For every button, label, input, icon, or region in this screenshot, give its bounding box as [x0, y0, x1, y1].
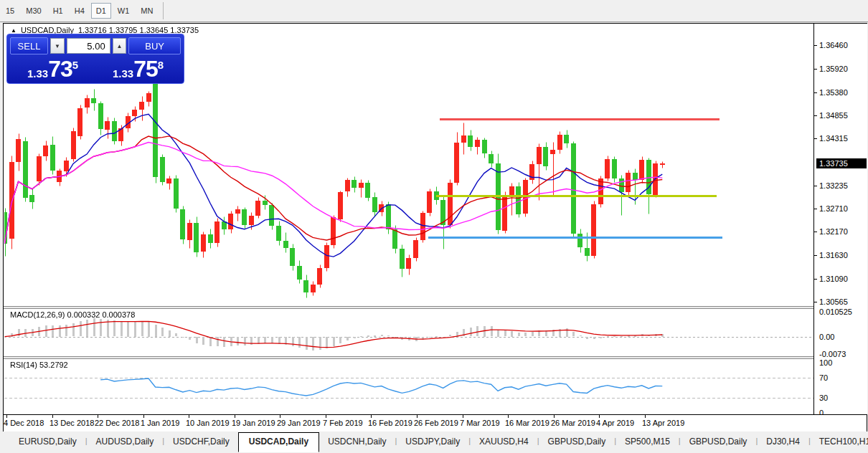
date-axis-tick — [6, 415, 7, 418]
date-axis-label: 7 Feb 2019 — [323, 419, 363, 427]
chart-tab-gbpusd-daily[interactable]: GBPUSD,Daily — [539, 434, 615, 450]
price-axis-label: 1.33235 — [819, 181, 848, 190]
buy-price-point: 8 — [158, 59, 164, 70]
chart-tab-audusd-daily[interactable]: AUDUSD,Daily — [88, 434, 163, 450]
date-axis-tick — [554, 415, 555, 418]
rsi-name: RSI(14) — [10, 361, 37, 369]
one-click-trading-panel: SELL ▼ ▲ BUY 1.33 73 5 1.33 75 8 — [6, 34, 184, 84]
date-axis-label: 22 Dec 2018 — [95, 419, 139, 427]
date-axis-tick — [508, 415, 509, 418]
sell-price-display[interactable]: 1.33 73 5 — [10, 55, 95, 82]
timeframe-button-d1[interactable]: D1 — [91, 3, 111, 19]
date-axis-tick — [143, 415, 144, 418]
chart-tab-gbpusd-daily[interactable]: GBPUSD,Daily — [681, 434, 756, 450]
price-axis-label: 1.36460 — [819, 41, 848, 49]
macd-name: MACD(12,26,9) — [10, 310, 65, 319]
timeframe-toolbar: 15M30H1H4D1W1MN — [0, 0, 868, 22]
date-axis-tick — [235, 415, 235, 418]
date-axis-tick — [645, 415, 646, 418]
timeframe-button-15[interactable]: 15 — [1, 3, 19, 19]
timeframe-button-h1[interactable]: H1 — [48, 3, 68, 19]
price-axis-tick — [814, 138, 817, 139]
chart-tab-usdjpy-daily[interactable]: USDJPY,Daily — [397, 434, 468, 450]
price-axis-label: 1.35920 — [819, 65, 848, 73]
chart-tab-usdcnh-daily[interactable]: USDCNH,Daily — [319, 434, 395, 450]
price-axis-tick — [814, 255, 817, 256]
date-axis-label: 16 Feb 2019 — [368, 419, 412, 427]
price-axis-tick — [814, 115, 817, 116]
price-axis-label: 1.32710 — [819, 204, 848, 213]
chart-tab-bar: EURUSD,Daily|AUDUSD,Daily|USDCHF,DailyUS… — [0, 432, 868, 453]
date-axis-tick — [189, 415, 189, 418]
buy-price-pips: 75 — [133, 57, 158, 80]
price-axis-tick — [814, 279, 817, 280]
price-axis[interactable]: 1.364601.359201.353801.348551.343151.332… — [814, 24, 867, 414]
timeframe-button-m30[interactable]: M30 — [21, 3, 46, 19]
date-axis-label: 29 Jan 2019 — [277, 419, 321, 427]
timeframe-buttons: 15M30H1H4D1W1MN — [0, 3, 159, 19]
price-axis-label: 1.35380 — [819, 88, 848, 97]
buy-price-prefix: 1.33 — [113, 68, 133, 79]
date-axis-label: 26 Mar 2019 — [551, 419, 595, 427]
volume-box — [67, 38, 110, 54]
volume-increase-button[interactable]: ▲ — [113, 38, 127, 54]
toolbar-divider — [163, 2, 164, 19]
rsi-axis-label: 70 — [819, 373, 828, 382]
rsi-indicator-label: RSI(14) 53.2792 — [10, 361, 68, 369]
macd-axis-label: 0.010525 — [819, 307, 852, 316]
price-axis-label: 1.31630 — [819, 251, 848, 259]
date-axis-tick — [371, 415, 372, 418]
date-axis-tick — [463, 415, 463, 418]
timeframe-button-h4[interactable]: H4 — [70, 3, 90, 19]
sell-price-prefix: 1.33 — [27, 68, 48, 79]
arrow-down-icon: ▼ — [55, 43, 60, 49]
macd-axis-label: 0.00 — [819, 333, 834, 341]
chart-tab-xauusd-h4[interactable]: XAUUSD,H4 — [471, 434, 537, 450]
volume-input[interactable] — [67, 39, 110, 53]
chart-tab-sp500-m15[interactable]: SP500,M15 — [616, 434, 679, 450]
date-axis-tick — [599, 415, 600, 418]
date-axis[interactable]: 4 Dec 201813 Dec 201822 Dec 20181 Jan 20… — [4, 415, 867, 431]
chart-tab-tech100-h1[interactable]: TECH100,H1 — [811, 434, 868, 450]
date-axis-tick — [326, 415, 326, 418]
chart-tab-usdchf-daily[interactable]: USDCHF,Daily — [164, 434, 238, 450]
price-axis-tick — [814, 92, 817, 93]
volume-decrease-button[interactable]: ▼ — [50, 38, 65, 54]
chart-tab-dj30-h4[interactable]: DJ30,H4 — [758, 434, 808, 450]
date-axis-label: 13 Apr 2019 — [642, 419, 684, 427]
timeframe-button-mn[interactable]: MN — [136, 3, 158, 19]
date-axis-label: 1 Jan 2019 — [141, 419, 179, 427]
chart-tab-eurusd-daily[interactable]: EURUSD,Daily — [10, 434, 85, 450]
rsi-chart-canvas[interactable] — [4, 359, 813, 414]
sell-button[interactable]: SELL — [10, 37, 48, 54]
price-axis-label: 1.31090 — [819, 275, 848, 283]
price-axis-label: 1.34315 — [819, 134, 848, 143]
price-axis-tick — [814, 45, 817, 46]
chart-tab-usdcad-daily[interactable]: USDCAD,Daily — [238, 432, 319, 452]
macd-value-main: 0.000332 — [67, 310, 100, 319]
price-axis-label: 1.30565 — [819, 297, 848, 306]
collapse-triangle-icon[interactable]: ▲ — [11, 27, 16, 34]
rsi-axis-label: 100 — [819, 358, 832, 367]
date-axis-label: 4 Apr 2019 — [596, 419, 634, 427]
date-axis-label: 7 Mar 2019 — [460, 419, 500, 427]
arrow-up-icon: ▲ — [117, 43, 123, 49]
sell-price-pips: 73 — [48, 57, 72, 80]
date-axis-tick — [280, 415, 280, 418]
macd-value-signal: 0.000378 — [102, 310, 135, 319]
date-axis-tick — [417, 415, 418, 418]
date-axis-label: 10 Jan 2019 — [186, 419, 230, 427]
price-axis-tick — [814, 69, 817, 70]
date-axis-tick — [52, 415, 53, 418]
price-axis-label: 1.32170 — [819, 227, 848, 236]
price-axis-tick — [814, 186, 817, 186]
rsi-value: 53.2792 — [39, 361, 68, 369]
timeframe-button-w1[interactable]: W1 — [113, 3, 135, 19]
date-axis-label: 19 Jan 2019 — [232, 419, 275, 427]
buy-price-display[interactable]: 1.33 75 8 — [95, 55, 181, 82]
buy-button[interactable]: BUY — [128, 37, 181, 54]
price-axis-tick — [814, 209, 817, 209]
current-price-tag: 1.33735 — [816, 158, 867, 168]
chart-window: ▲ USDCAD,Daily 1.33716 1.33795 1.33645 1… — [3, 23, 867, 431]
macd-indicator-label: MACD(12,26,9) 0.000332 0.000378 — [10, 310, 135, 319]
